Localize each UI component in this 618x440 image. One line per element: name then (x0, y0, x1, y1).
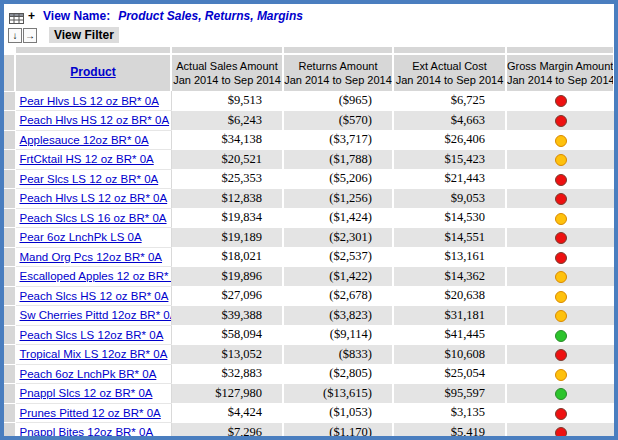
row-handle (4, 384, 15, 404)
ext-actual-cost-cell: $3,135 (393, 403, 506, 423)
row-handle (4, 169, 15, 189)
table-row: Peach Slcs LS 12oz BR* 0A$58,094($9,114)… (4, 325, 614, 345)
view-filter-toolbar: ↓ → View Filter (4, 26, 614, 44)
product-cell: Pear Hlvs LS 12 oz BR* 0A (15, 91, 171, 111)
product-link[interactable]: Pnappl Slcs 12 oz BR* 0A (20, 387, 153, 399)
ext-actual-cost-cell: $6,725 (393, 91, 506, 111)
product-cell: Peach Slcs LS 12oz BR* 0A (15, 325, 171, 345)
corner-cell (4, 54, 15, 91)
row-handle (4, 150, 15, 170)
actual-sales-cell: $4,424 (171, 403, 283, 423)
view-name-label: View Name: (43, 9, 110, 23)
report-grid: Product Actual Sales Amount Jan 2014 to … (4, 47, 615, 440)
returns-cell: ($833) (283, 345, 393, 365)
table-row: Peach Slcs LS 16 oz BR* 0A$19,834($1,424… (4, 208, 614, 228)
status-red-circle-icon (555, 115, 567, 127)
grid-top-strip (4, 47, 614, 54)
returns-cell: ($1,256) (283, 189, 393, 209)
status-red-circle-icon (555, 193, 567, 205)
returns-cell: ($2,678) (283, 286, 393, 306)
product-link[interactable]: Pear Slcs LS 12 oz BR* 0A (20, 173, 159, 185)
actual-sales-cell: $6,243 (171, 111, 283, 131)
gross-margin-cell (506, 111, 614, 131)
product-link[interactable]: Mand Org Pcs 12oz BR* 0A (20, 251, 163, 263)
row-handle (4, 325, 15, 345)
actual-sales-cell: $13,052 (171, 345, 283, 365)
returns-cell: ($2,537) (283, 247, 393, 267)
gross-margin-cell (506, 364, 614, 384)
gross-margin-cell (506, 286, 614, 306)
product-cell: Peach Slcs LS 16 oz BR* 0A (15, 208, 171, 228)
ext-actual-cost-cell: $13,161 (393, 247, 506, 267)
view-filter-button[interactable]: View Filter (49, 27, 119, 43)
product-link[interactable]: Tropical Mix LS 12oz BR* 0A (20, 348, 168, 360)
returns-cell: ($3,823) (283, 306, 393, 326)
gross-margin-cell (506, 130, 614, 150)
product-link[interactable]: Peach Slcs LS 16 oz BR* 0A (20, 212, 167, 224)
gross-margin-cell (506, 91, 614, 111)
product-cell: Peach Hlvs LS 12 oz BR* 0A (15, 189, 171, 209)
returns-cell: ($2,805) (283, 364, 393, 384)
status-red-circle-icon (555, 95, 567, 107)
status-red-circle-icon (555, 349, 567, 361)
gross-margin-cell (506, 403, 614, 423)
row-handle (4, 403, 15, 423)
product-cell: Peach Hlvs HS 12 oz BR* 0A (15, 111, 171, 131)
actual-sales-cell: $20,521 (171, 150, 283, 170)
actual-sales-cell: $32,883 (171, 364, 283, 384)
row-handle (4, 345, 15, 365)
expand-plus-icon[interactable]: + (28, 10, 35, 22)
product-link[interactable]: Sw Cherries Pittd 12oz BR* 0A (20, 309, 172, 321)
gross-margin-cell (506, 247, 614, 267)
product-link[interactable]: Peach Slcs HS 12 oz BR* 0A (20, 290, 169, 302)
ext-actual-cost-cell: $21,443 (393, 169, 506, 189)
row-handle (4, 364, 15, 384)
row-handle (4, 111, 15, 131)
gross-margin-cell (506, 384, 614, 404)
returns-cell: ($5,206) (283, 169, 393, 189)
product-link[interactable]: FrtCktail HS 12 oz BR* 0A (20, 153, 154, 165)
actual-sales-cell: $19,834 (171, 208, 283, 228)
status-red-circle-icon (555, 427, 567, 439)
gross-margin-cell (506, 306, 614, 326)
product-link[interactable]: Pear 6oz LnchPk LS 0A (20, 231, 142, 243)
product-link[interactable]: Applesauce 12oz BR* 0A (20, 134, 149, 146)
product-link[interactable]: Peach Slcs LS 12oz BR* 0A (20, 329, 164, 341)
row-handle (4, 423, 15, 440)
status-red-circle-icon (555, 408, 567, 420)
product-cell: Sw Cherries Pittd 12oz BR* 0A (15, 306, 171, 326)
returns-cell: ($965) (283, 91, 393, 111)
row-handle (4, 208, 15, 228)
column-header-ext-actual-cost: Ext Actual Cost Jan 2014 to Sep 2014 (393, 54, 506, 91)
row-handle (4, 189, 15, 209)
actual-sales-cell: $9,513 (171, 91, 283, 111)
status-yellow-circle-icon (555, 271, 567, 283)
product-cell: Escalloped Apples 12 oz BR* 0A (15, 267, 171, 287)
ext-actual-cost-cell: $20,638 (393, 286, 506, 306)
gross-margin-cell (506, 267, 614, 287)
ext-actual-cost-cell: $5,419 (393, 423, 506, 440)
product-link[interactable]: Pnappl Bites 12oz BR* 0A (20, 426, 154, 438)
table-row: Pear Hlvs LS 12 oz BR* 0A$9,513($965)$6,… (4, 91, 614, 111)
product-link[interactable]: Prunes Pitted 12 oz BR* 0A (20, 407, 161, 419)
table-row: Pear Slcs LS 12 oz BR* 0A$25,353($5,206)… (4, 169, 614, 189)
actual-sales-cell: $7,296 (171, 423, 283, 440)
row-handle (4, 91, 15, 111)
gross-margin-cell (506, 189, 614, 209)
column-header-product[interactable]: Product (15, 54, 171, 91)
ext-actual-cost-cell: $31,181 (393, 306, 506, 326)
grid-view-icon[interactable] (9, 10, 24, 21)
gross-margin-cell (506, 325, 614, 345)
sort-down-arrow-icon[interactable]: ↓ (8, 28, 22, 43)
product-link[interactable]: Peach Hlvs LS 12 oz BR* 0A (20, 192, 168, 204)
sort-right-arrow-icon[interactable]: → (23, 28, 37, 43)
status-yellow-circle-icon (555, 135, 567, 147)
column-header-returns: Returns Amount Jan 2014 to Sep 2014 (283, 54, 393, 91)
product-link[interactable]: Peach 6oz LnchPk BR* 0A (20, 368, 157, 380)
product-link[interactable]: Escalloped Apples 12 oz BR* 0A (20, 270, 172, 282)
product-link[interactable]: Peach Hlvs HS 12 oz BR* 0A (20, 114, 170, 126)
product-cell: Pear 6oz LnchPk LS 0A (15, 228, 171, 248)
product-link[interactable]: Pear Hlvs LS 12 oz BR* 0A (20, 95, 159, 107)
actual-sales-cell: $27,096 (171, 286, 283, 306)
product-cell: Pnappl Slcs 12 oz BR* 0A (15, 384, 171, 404)
